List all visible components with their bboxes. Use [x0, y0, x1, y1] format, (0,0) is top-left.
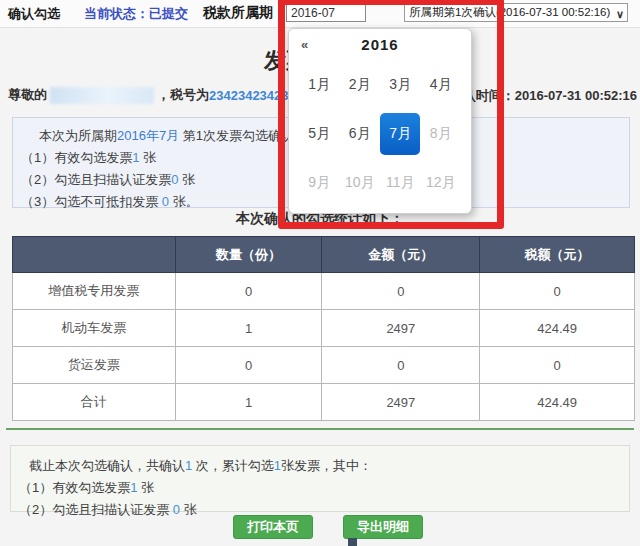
month-cell-jun[interactable]: 6月 [340, 110, 381, 159]
calendar-year: 2016 [289, 36, 471, 53]
cumulative-item-1: （1）有效勾选发票1 张 [19, 479, 629, 497]
invoice-stats-table: 数量（份） 金额（元） 税额（元） 增值税专用发票 0 0 0 机动车发票 1 … [12, 236, 635, 421]
green-divider [6, 428, 634, 430]
month-picker-popup: « 2016 1月 2月 3月 4月 5月 6月 7月 8月 9月 10月 11… [288, 28, 472, 214]
col-header-amount: 金额（元） [322, 237, 480, 273]
confirmation-select-value: 所属期第1次确认(2016-07-31 00:52:16) [409, 6, 610, 18]
month-cell-sep[interactable]: 9月 [299, 158, 340, 207]
cumulative-line-1: 截止本次勾选确认，共确认1 次，累计勾选1张发票，其中： [29, 457, 629, 475]
month-cell-apr[interactable]: 4月 [421, 61, 462, 110]
cumulative-item-2: （2）勾选且扫描认证发票 0 张 [19, 501, 629, 519]
month-cell-mar[interactable]: 3月 [380, 61, 421, 110]
tax-period-label: 税款所属期 [203, 4, 273, 22]
confirm-time-text: 确认时间：2016-07-31 00:52:16 [450, 87, 637, 105]
month-cell-jul-selected[interactable]: 7月 [380, 110, 421, 159]
month-cell-dec[interactable]: 12月 [421, 158, 462, 207]
redacted-company-name [50, 87, 154, 104]
col-header-tax: 税额（元） [480, 237, 635, 273]
month-cell-jan[interactable]: 1月 [299, 61, 340, 110]
tax-period-input[interactable] [286, 3, 366, 22]
table-header-row: 数量（份） 金额（元） 税额（元） [13, 237, 635, 273]
month-cell-feb[interactable]: 2月 [340, 61, 381, 110]
col-header-type [13, 237, 176, 273]
col-header-count: 数量（份） [175, 237, 322, 273]
month-cell-nov[interactable]: 11月 [380, 158, 421, 207]
chevron-down-icon: ∨ [616, 6, 624, 22]
greeting-line: 尊敬的 ，税号为 23423423423 [8, 86, 289, 104]
month-grid: 1月 2月 3月 4月 5月 6月 7月 8月 9月 10月 11月 12月 [299, 61, 461, 207]
selected-month-highlight: 7月 [380, 113, 420, 155]
export-detail-button[interactable]: 导出明细 [343, 515, 423, 539]
greeting-middle: ，税号为 [157, 86, 209, 104]
confirmation-select[interactable]: 所属期第1次确认(2016-07-31 00:52:16) ∨ [404, 3, 628, 22]
current-status-text: 当前状态：已提交 [84, 5, 188, 23]
cursor-artifact [348, 538, 357, 546]
month-cell-may[interactable]: 5月 [299, 110, 340, 159]
menu-confirm-check[interactable]: 确认勾选 [8, 5, 60, 23]
print-page-button[interactable]: 打印本页 [233, 515, 313, 539]
tax-number: 23423423423 [209, 88, 289, 103]
top-toolbar: 确认勾选 当前状态：已提交 税款所属期 所属期第1次确认(2016-07-31 … [0, 0, 640, 28]
month-cell-oct[interactable]: 10月 [340, 158, 381, 207]
summary-line1-period: 2016年7月 [117, 128, 179, 143]
table-row-total: 合计 1 2497 424.49 [13, 384, 635, 421]
table-row: 货运发票 0 0 0 [13, 347, 635, 384]
table-row: 增值税专用发票 0 0 0 [13, 273, 635, 310]
summary-line1-prefix: 本次为所属期 [39, 128, 117, 143]
greeting-prefix: 尊敬的 [8, 86, 47, 104]
invoice-confirm-page: 确认勾选 当前状态：已提交 税款所属期 所属期第1次确认(2016-07-31 … [0, 0, 640, 546]
month-cell-aug[interactable]: 8月 [421, 110, 462, 159]
table-row: 机动车发票 1 2497 424.49 [13, 310, 635, 347]
cumulative-summary-box: 截止本次勾选确认，共确认1 次，累计勾选1张发票，其中： （1）有效勾选发票1 … [10, 445, 630, 512]
